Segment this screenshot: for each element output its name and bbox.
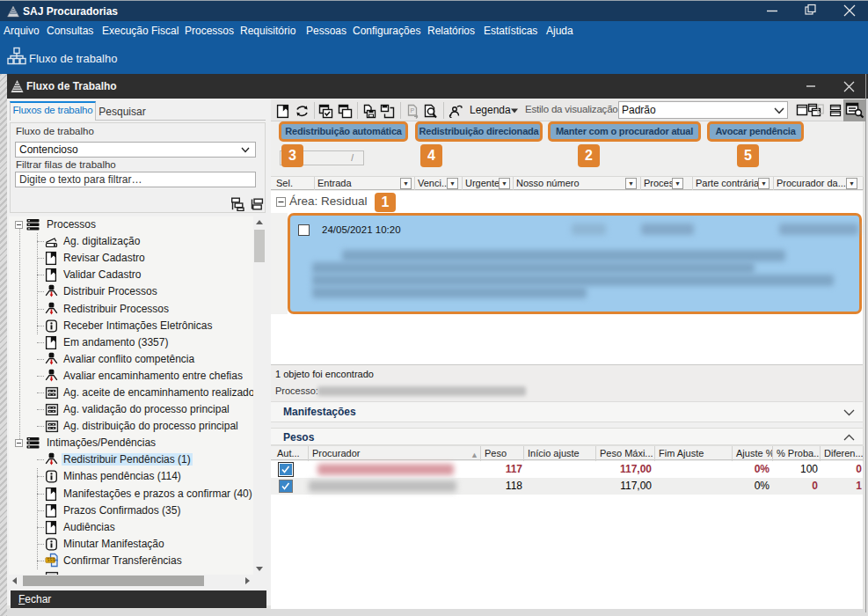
svg-text:$$$: $$$ (47, 557, 55, 562)
svg-text:P: P (411, 107, 415, 114)
